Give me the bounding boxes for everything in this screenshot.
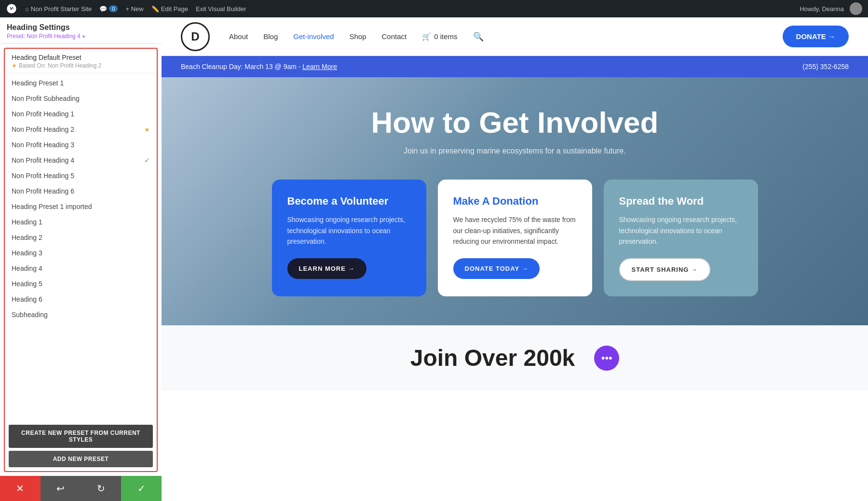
list-item[interactable]: Non Profit Heading 1 xyxy=(5,106,157,122)
nav-link-shop[interactable]: Shop xyxy=(349,32,366,41)
list-item[interactable]: Heading Preset 1 imported xyxy=(5,199,157,214)
preset-based-on: ★ Based On: Non Profit Heading 2 xyxy=(12,62,150,69)
list-item[interactable]: Non Profit Heading 6 xyxy=(5,183,157,199)
preset-item-label: Non Profit Heading 4 xyxy=(12,156,74,164)
bottom-toolbar: ✕ ↩ ↻ ✓ xyxy=(0,476,162,501)
chevron-down-icon: ▾ xyxy=(82,34,85,39)
redo-button[interactable]: ↻ xyxy=(81,476,122,501)
learn-more-button[interactable]: LEARN MORE → xyxy=(287,258,366,279)
preset-item-label: Non Profit Heading 5 xyxy=(12,172,74,180)
preset-item-label: Subheading xyxy=(12,311,48,319)
preset-item-label: Heading 1 xyxy=(12,218,42,226)
wp-logo-icon[interactable] xyxy=(6,3,17,14)
donation-card: Make A Donation We have recycled 75% of … xyxy=(438,180,592,296)
list-item[interactable]: Non Profit Heading 2★ xyxy=(5,122,157,137)
below-hero-section: Join Over 200k ••• xyxy=(162,325,868,390)
nav-link-about[interactable]: About xyxy=(229,32,248,41)
options-bubble[interactable]: ••• xyxy=(594,346,619,371)
preset-item-label: Heading 4 xyxy=(12,264,42,272)
preset-item-label: Non Profit Heading 2 xyxy=(12,125,74,133)
hero-subtitle: Join us in preserving marine ecosystems … xyxy=(181,147,849,155)
list-item[interactable]: Heading 4 xyxy=(5,261,157,276)
user-avatar xyxy=(850,2,862,15)
panel-header: Heading Settings Preset: Non Profit Head… xyxy=(0,17,162,44)
list-item[interactable]: Heading 1 xyxy=(5,214,157,230)
list-item[interactable]: Subheading xyxy=(5,307,157,322)
site-nav-links: About Blog Get-involved Shop Contact 🛒 0… xyxy=(229,31,773,42)
phone-number: (255) 352-6258 xyxy=(802,63,849,70)
preset-item-label: Heading Preset 1 xyxy=(12,79,64,87)
list-item[interactable]: Non Profit Heading 4✓ xyxy=(5,153,157,168)
nav-link-get-involved[interactable]: Get-involved xyxy=(293,32,334,41)
list-item[interactable]: Non Profit Subheading xyxy=(5,91,157,106)
preset-item-label: Non Profit Heading 6 xyxy=(12,187,74,195)
sharing-card-text: Showcasing ongoing research projects, te… xyxy=(619,214,743,247)
close-button[interactable]: ✕ xyxy=(0,476,41,501)
preset-item-label: Non Profit Heading 1 xyxy=(12,110,74,118)
panel-preset-selector[interactable]: Preset: Non Profit Heading 4 ▾ xyxy=(7,33,155,40)
list-item[interactable]: Heading Preset 1 xyxy=(5,75,157,91)
donation-card-text: We have recycled 75% of the waste from o… xyxy=(453,214,577,247)
preset-item-label: Non Profit Heading 3 xyxy=(12,141,74,149)
admin-bar-site[interactable]: ⌂ Non Profit Starter Site xyxy=(25,5,92,13)
admin-bar-comments[interactable]: 💬 0 xyxy=(99,5,118,13)
undo-button[interactable]: ↩ xyxy=(41,476,81,501)
announcement-bar: Beach Cleanup Day: March 13 @ 9am - Lear… xyxy=(162,56,868,77)
cart-count: 0 items xyxy=(434,32,457,41)
announcement-link[interactable]: Learn More xyxy=(302,63,337,70)
list-item[interactable]: Heading 2 xyxy=(5,230,157,245)
volunteer-card-title: Become a Volunteer xyxy=(287,195,411,208)
site-logo: D xyxy=(181,22,210,51)
site-nav: D About Blog Get-involved Shop Contact 🛒… xyxy=(162,17,868,56)
check-icon: ✓ xyxy=(144,156,150,164)
list-item[interactable]: Heading 3 xyxy=(5,245,157,261)
preset-list-wrapper: Heading Default Preset ★ Based On: Non P… xyxy=(4,48,158,472)
volunteer-card: Become a Volunteer Showcasing ongoing re… xyxy=(272,180,426,296)
panel-title: Heading Settings xyxy=(7,23,155,32)
preset-item-label: Heading 2 xyxy=(12,234,42,241)
preset-item-label: Heading 3 xyxy=(12,249,42,257)
donate-button[interactable]: DONATE → xyxy=(783,26,849,47)
list-item[interactable]: Heading 5 xyxy=(5,276,157,292)
hero-section: How to Get Involved Join us in preservin… xyxy=(162,77,868,325)
start-sharing-button[interactable]: START SHARING → xyxy=(619,258,711,281)
sharing-card: Spread the Word Showcasing ongoing resea… xyxy=(604,180,758,296)
join-title: Join Over 200k xyxy=(410,345,575,371)
donation-card-title: Make A Donation xyxy=(453,195,577,208)
wp-admin-bar: ⌂ Non Profit Starter Site 💬 0 + New ✏️ E… xyxy=(0,0,868,17)
admin-bar-new[interactable]: + New xyxy=(125,5,143,13)
preset-item-label: Heading Preset 1 imported xyxy=(12,203,92,210)
website-area: D About Blog Get-involved Shop Contact 🛒… xyxy=(162,17,868,501)
star-icon: ★ xyxy=(144,126,150,133)
preset-actions: CREATE NEW PRESET FROM CURRENT STYLES AD… xyxy=(5,421,157,471)
preset-item-label: Heading 5 xyxy=(12,280,42,288)
preset-default: Heading Default Preset ★ Based On: Non P… xyxy=(5,49,157,73)
add-preset-button[interactable]: ADD NEW PRESET xyxy=(9,451,153,467)
nav-cart[interactable]: 🛒 0 items xyxy=(422,32,457,41)
admin-bar-edit-page[interactable]: ✏️ Edit Page xyxy=(151,5,188,13)
volunteer-card-text: Showcasing ongoing research projects, te… xyxy=(287,214,411,247)
nav-link-contact[interactable]: Contact xyxy=(382,32,407,41)
list-item[interactable]: Non Profit Heading 3 xyxy=(5,137,157,153)
left-panel: Heading Settings Preset: Non Profit Head… xyxy=(0,17,162,501)
preset-item-label: Non Profit Subheading xyxy=(12,95,80,102)
nav-link-blog[interactable]: Blog xyxy=(263,32,278,41)
admin-bar-exit-builder[interactable]: Exit Visual Builder xyxy=(196,5,246,13)
default-preset-name: Heading Default Preset xyxy=(12,54,150,61)
list-item[interactable]: Non Profit Heading 5 xyxy=(5,168,157,183)
announcement-text: Beach Cleanup Day: March 13 @ 9am - Lear… xyxy=(181,63,337,70)
preset-list: Heading Preset 1Non Profit SubheadingNon… xyxy=(5,73,157,421)
sharing-card-title: Spread the Word xyxy=(619,195,743,208)
list-item[interactable]: Heading 6 xyxy=(5,292,157,307)
search-icon[interactable]: 🔍 xyxy=(473,31,484,42)
main-area: Heading Settings Preset: Non Profit Head… xyxy=(0,17,868,501)
admin-bar-right: Howdy, Deanna xyxy=(800,2,862,15)
cards-row: Become a Volunteer Showcasing ongoing re… xyxy=(181,180,849,296)
cart-icon: 🛒 xyxy=(422,32,431,41)
preset-item-label: Heading 6 xyxy=(12,295,42,303)
hero-title: How to Get Involved xyxy=(181,106,849,139)
star-icon: ★ xyxy=(12,62,17,69)
save-button[interactable]: ✓ xyxy=(121,476,162,501)
create-preset-button[interactable]: CREATE NEW PRESET FROM CURRENT STYLES xyxy=(9,425,153,448)
donate-today-button[interactable]: DONATE TODAY → xyxy=(453,258,540,279)
